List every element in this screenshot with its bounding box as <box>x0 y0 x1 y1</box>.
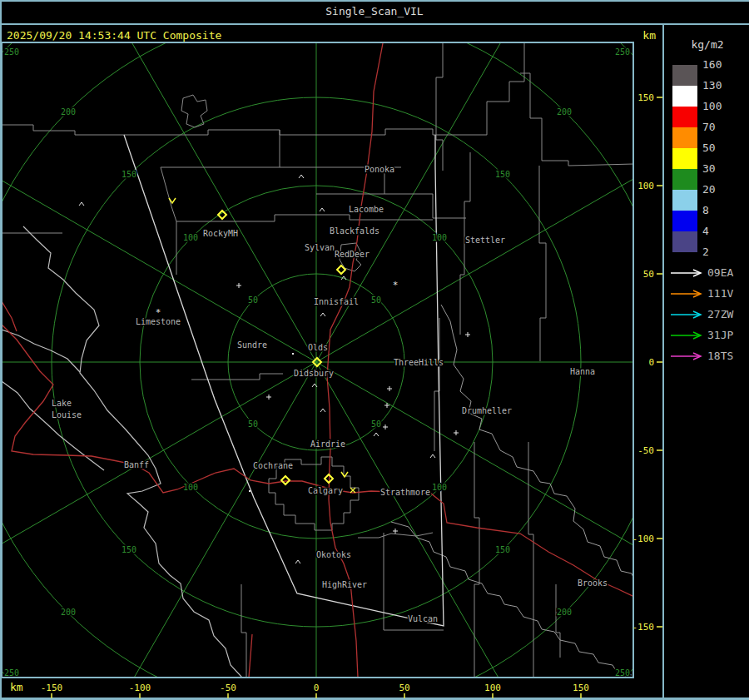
town-caret-icon <box>295 560 300 563</box>
boundary-line <box>191 374 283 380</box>
range-ring-label: 50 <box>248 420 258 429</box>
town-caret-icon <box>79 202 84 206</box>
city-label: HighRiver <box>322 580 367 589</box>
town-star-icon: * <box>393 280 399 290</box>
range-ring-label: 50 <box>371 420 381 429</box>
city-label: Drumheller <box>462 406 512 415</box>
town-plus-icon <box>236 283 241 288</box>
city-label: Ponoka <box>365 165 394 174</box>
bottom-axis-unit-label: km <box>10 681 23 693</box>
x-marker-icon <box>350 488 355 493</box>
range-ring <box>0 0 749 700</box>
city-label: Cochrane <box>253 461 293 470</box>
city-label: ThreeHills <box>394 358 444 367</box>
range-ring-label: 250 <box>615 668 630 678</box>
city-label: Innisfail <box>314 297 359 306</box>
city-label: RedDeer <box>335 250 370 259</box>
city-label: Stettler <box>465 236 505 245</box>
range-ring-label: 100 <box>432 483 447 492</box>
radar-app-window: Single_Scan_VIL 2025/09/20 14:53:44 UTC … <box>0 0 749 700</box>
city-label: Banff <box>124 460 149 469</box>
boundary-line <box>474 442 479 678</box>
bottom-axis-tick-label: 0 <box>314 683 320 693</box>
range-ring-label: 150 <box>122 170 136 179</box>
boundary-line <box>241 584 246 678</box>
town-caret-icon <box>374 433 379 436</box>
range-ring-label: 200 <box>61 107 76 117</box>
right-axis-tick-label: 0 <box>648 357 654 368</box>
city-label: Sylvan <box>305 243 335 252</box>
range-ring-label: 100 <box>432 233 447 242</box>
range-ring-label: 150 <box>122 545 136 554</box>
city-label: Lake <box>52 399 72 408</box>
divide-line <box>23 226 242 678</box>
right-axis-tick-label: 100 <box>637 181 654 191</box>
town-plus-icon <box>383 424 388 429</box>
site-diamond-icon <box>281 476 290 484</box>
boundary-line <box>384 194 466 218</box>
town-plus-icon <box>266 395 271 400</box>
town-plus-icon <box>387 386 392 391</box>
range-ring-label: 50 <box>248 295 258 305</box>
city-label: Airdrie <box>310 439 345 449</box>
city-label: Okotoks <box>316 550 351 559</box>
city-label: Limestone <box>136 317 181 326</box>
bottom-axis-tick-label: -100 <box>129 683 151 693</box>
city-label: RockyMH <box>203 229 238 238</box>
town-caret-icon <box>320 208 325 211</box>
boundary-line <box>2 125 487 135</box>
city-label: Olds <box>308 343 328 352</box>
range-ring-label: 50 <box>371 295 381 305</box>
boundary-line <box>181 95 207 127</box>
bottom-axis-tick-label: -150 <box>41 683 63 693</box>
range-ring-label: 200 <box>557 608 572 617</box>
boundary-line <box>539 166 546 361</box>
city-label: Vulcan <box>408 614 438 623</box>
town-plus-icon <box>454 430 459 435</box>
range-ring-label: 200 <box>557 107 572 117</box>
town-caret-icon <box>320 313 325 316</box>
map-layers: 5050505010010010010015015015015020020020… <box>0 0 749 700</box>
city-label: Hanna <box>570 367 595 376</box>
range-ring-label: 200 <box>61 608 76 617</box>
bottom-axis-tick-label: -50 <box>220 683 236 693</box>
boundary-line <box>436 43 443 171</box>
range-ring-label: 250 <box>615 47 630 57</box>
azimuth-line <box>90 362 317 700</box>
bottom-axis-tick-label: 100 <box>484 683 501 693</box>
city-label: Calgary <box>308 486 343 495</box>
range-ring-label: 250 <box>4 47 19 57</box>
right-axis-tick-label: 150 <box>637 92 654 103</box>
range-ring-label: 150 <box>495 170 510 179</box>
divide-line <box>2 381 104 470</box>
bottom-axis-tick-label: 150 <box>573 683 589 693</box>
highway-line <box>249 634 252 678</box>
town-plus-icon <box>465 332 470 337</box>
boundary-line <box>161 167 176 275</box>
town-caret-icon <box>320 409 325 412</box>
city-label: Brooks <box>578 578 608 588</box>
town-caret-icon <box>430 454 435 458</box>
bottom-axis-tick-label: 50 <box>399 683 409 693</box>
river-line <box>441 305 634 579</box>
city-label: Louise <box>52 410 82 420</box>
city-label: Blackfalds <box>330 226 379 236</box>
right-axis-tick-label: -50 <box>637 445 654 456</box>
range-ring-label: 250 <box>4 668 19 678</box>
range-ring-label: 100 <box>183 483 198 492</box>
town-dot-icon <box>249 490 250 492</box>
range-ring-label: 150 <box>495 545 510 554</box>
town-caret-icon <box>299 175 304 178</box>
town-plus-icon <box>393 529 398 534</box>
right-axis-tick-label: -100 <box>632 534 655 544</box>
city-label: Didsbury <box>294 369 334 378</box>
azimuth-line <box>0 136 316 363</box>
city-label: Strathmore <box>380 488 430 497</box>
right-axis-tick-label: -150 <box>632 622 655 633</box>
town-dot-icon <box>292 353 294 355</box>
town-star-icon: * <box>156 307 161 318</box>
city-label: Sundre <box>237 340 267 350</box>
range-ring-label: 100 <box>183 233 198 242</box>
radar-map[interactable]: 5050505010010010010015015015015020020020… <box>0 0 749 700</box>
city-label: Lacombe <box>349 205 384 214</box>
